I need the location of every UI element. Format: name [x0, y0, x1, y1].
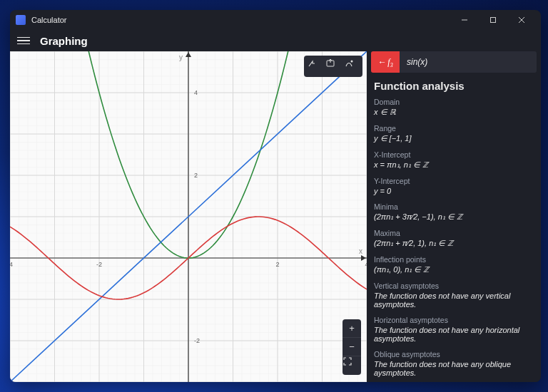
analysis-property: Horizontal asymptotesThe function does n…	[374, 316, 534, 343]
minimize-button[interactable]	[451, 10, 478, 30]
analysis-property: Domainx ∈ ℝ	[374, 98, 534, 117]
graph-canvas[interactable]: -4-224-224xy	[10, 51, 367, 382]
analysis-property: Oblique asymptotesThe function does not …	[374, 350, 534, 377]
property-label: Horizontal asymptotes	[374, 316, 534, 324]
window-controls	[451, 10, 535, 30]
analysis-property: Maxima(2πn₁ + π⁄2, 1), n₁ ∈ ℤ	[374, 229, 534, 248]
zoom-in-button[interactable]: +	[342, 319, 361, 338]
app-window: Calculator Graphing -4-224-224xy + −	[10, 10, 541, 382]
analysis-panel: ← f3 sin(x) Function analysis Domainx ∈ …	[367, 51, 541, 382]
svg-text:4: 4	[194, 89, 198, 96]
svg-text:2: 2	[275, 261, 279, 268]
function-expression[interactable]: sin(x)	[400, 51, 537, 73]
analysis-properties-list[interactable]: Domainx ∈ ℝRangey ∈ [−1, 1]X-Interceptx …	[367, 98, 541, 382]
property-label: Y-Intercept	[374, 177, 534, 185]
property-label: X-Intercept	[374, 150, 534, 159]
svg-rect-1	[491, 18, 496, 23]
svg-text:2: 2	[194, 172, 198, 179]
close-button[interactable]	[508, 10, 535, 30]
property-value: The function does not have any oblique a…	[374, 360, 534, 377]
property-value: y ∈ [−1, 1]	[374, 134, 534, 143]
analysis-title: Function analysis	[367, 77, 541, 98]
nav-menu-button[interactable]	[17, 37, 30, 45]
property-value: (2πn₁ + 3π⁄2, −1), n₁ ∈ ℤ	[374, 212, 534, 222]
property-label: Inflection points	[374, 255, 534, 264]
property-value: y = 0	[374, 187, 534, 195]
property-value: (2πn₁ + π⁄2, 1), n₁ ∈ ℤ	[374, 239, 534, 248]
svg-text:-2: -2	[96, 261, 102, 268]
svg-text:y: y	[179, 53, 183, 61]
analysis-property: Vertical asymptotesThe function does not…	[374, 282, 534, 309]
app-icon	[16, 15, 26, 25]
svg-text:x: x	[359, 247, 362, 255]
analysis-property: X-Interceptx = πn₁, n₁ ∈ ℤ	[374, 150, 534, 170]
property-value: x ∈ ℝ	[374, 108, 534, 117]
property-value: The function does not have any vertical …	[374, 292, 534, 309]
graph-toolbar	[304, 56, 362, 77]
analysis-property: Inflection points(πn₁, 0), n₁ ∈ ℤ	[374, 255, 534, 274]
analysis-property: Rangey ∈ [−1, 1]	[374, 124, 534, 143]
titlebar: Calculator	[10, 10, 541, 30]
mode-title: Graphing	[40, 35, 88, 47]
function-header: ← f3 sin(x)	[371, 51, 537, 73]
back-arrow-icon: ←	[377, 57, 386, 67]
property-value: The function does not have any horizonta…	[374, 326, 534, 343]
property-label: Vertical asymptotes	[374, 282, 534, 290]
property-value: (πn₁, 0), n₁ ∈ ℤ	[374, 265, 534, 274]
svg-point-114	[351, 61, 353, 63]
property-label: Minima	[374, 202, 534, 211]
maximize-button[interactable]	[480, 10, 507, 30]
app-title: Calculator	[31, 16, 67, 24]
zoom-out-button[interactable]: −	[342, 338, 361, 356]
zoom-controls: + −	[342, 319, 361, 375]
share-graph-button[interactable]	[325, 58, 341, 74]
property-label: Range	[374, 124, 534, 133]
analysis-property: Minima(2πn₁ + 3π⁄2, −1), n₁ ∈ ℤ	[374, 202, 534, 222]
zoom-fit-button[interactable]	[342, 356, 361, 375]
header: Graphing	[10, 30, 541, 51]
svg-text:-2: -2	[194, 337, 200, 344]
property-label: Domain	[374, 98, 534, 106]
graph-options-button[interactable]	[344, 58, 360, 74]
content: -4-224-224xy + − ← f3 sin(x)	[10, 51, 541, 382]
property-value: x = πn₁, n₁ ∈ ℤ	[374, 160, 534, 170]
back-to-functions-button[interactable]: ← f3	[371, 51, 400, 73]
property-label: Oblique asymptotes	[374, 350, 534, 359]
trace-tool-button[interactable]	[307, 58, 323, 74]
svg-text:-4: -4	[10, 261, 13, 268]
graph-pane[interactable]: -4-224-224xy + −	[10, 51, 367, 382]
property-label: Maxima	[374, 229, 534, 237]
analysis-property: Y-Intercepty = 0	[374, 177, 534, 195]
